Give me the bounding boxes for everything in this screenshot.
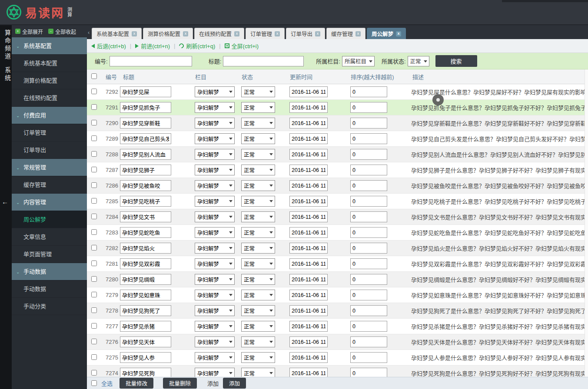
row-date-input[interactable]	[289, 258, 328, 269]
row-date-input[interactable]	[289, 165, 328, 175]
row-status-select[interactable]: 正常	[241, 258, 275, 269]
select-all-header-checkbox[interactable]	[91, 73, 97, 79]
row-status-select[interactable]: 正常	[241, 290, 275, 300]
sidebar-group-1[interactable]: ⌄付费应用	[12, 107, 87, 124]
row-checkbox[interactable]	[91, 182, 97, 188]
collapse-all-button[interactable]: - 全部收起	[48, 28, 76, 35]
row-status-select[interactable]: 正常	[241, 102, 275, 113]
row-checkbox[interactable]	[91, 323, 97, 329]
tab-close-icon[interactable]: x	[234, 31, 239, 36]
row-category-select[interactable]: 孕妇解梦	[195, 305, 235, 316]
row-date-input[interactable]	[289, 86, 328, 97]
row-checkbox[interactable]	[91, 260, 97, 266]
toolbar-refresh-button[interactable]: 刷新(ctrl+q)	[179, 42, 215, 50]
row-checkbox[interactable]	[91, 214, 97, 219]
row-date-input[interactable]	[289, 133, 328, 144]
row-sort-input[interactable]	[350, 102, 387, 113]
sidebar-item-单页面管理[interactable]: 单页面管理	[12, 246, 87, 263]
tab-close-icon[interactable]: x	[396, 31, 401, 36]
row-title-input[interactable]	[120, 180, 171, 191]
row-date-input[interactable]	[289, 196, 328, 207]
row-date-input[interactable]	[289, 211, 328, 222]
row-sort-input[interactable]	[350, 290, 387, 300]
sidebar-item-文章信息[interactable]: 文章信息	[12, 228, 87, 246]
row-date-input[interactable]	[289, 305, 328, 316]
row-checkbox[interactable]	[91, 339, 97, 344]
row-sort-input[interactable]	[350, 180, 387, 191]
search-button[interactable]: 搜索	[435, 55, 477, 67]
select-all-link[interactable]: 全选	[101, 379, 113, 387]
row-date-input[interactable]	[289, 352, 328, 363]
sidebar-item-手动分类[interactable]: 手动分类	[12, 298, 87, 315]
row-status-select[interactable]: 正常	[241, 165, 275, 175]
row-status-select[interactable]: 正常	[241, 274, 275, 285]
sidebar-item-订单导出[interactable]: 订单导出	[12, 142, 87, 159]
row-status-select[interactable]: 正常	[241, 118, 275, 129]
rail-item-0[interactable]: 算命频道	[0, 30, 12, 61]
row-category-select[interactable]: 孕妇解梦	[195, 133, 235, 144]
row-date-input[interactable]	[289, 227, 328, 238]
row-category-select[interactable]: 孕妇解梦	[195, 165, 235, 175]
tab-close-icon[interactable]: x	[132, 31, 137, 36]
row-title-input[interactable]	[120, 133, 171, 144]
row-category-select[interactable]: 孕妇解梦	[195, 227, 235, 238]
row-checkbox[interactable]	[91, 104, 97, 110]
row-sort-input[interactable]	[350, 336, 387, 347]
row-category-select[interactable]: 孕妇解梦	[195, 243, 235, 254]
tab-缓存管理[interactable]: 缓存管理x	[326, 28, 365, 39]
tab-scroll-left-icon[interactable]: ‹	[88, 29, 92, 36]
row-sort-input[interactable]	[350, 258, 387, 269]
tab-订单导出[interactable]: 订单导出x	[286, 28, 325, 39]
sidebar-collapse-arrow-icon[interactable]: ←	[2, 198, 8, 205]
sidebar-item-测算价格配置[interactable]: 测算价格配置	[12, 72, 87, 89]
row-status-select[interactable]: 正常	[241, 305, 275, 316]
row-title-input[interactable]	[120, 305, 171, 316]
row-date-input[interactable]	[289, 321, 328, 332]
row-date-input[interactable]	[289, 290, 328, 300]
sidebar-group-2[interactable]: ⌄常规管理	[12, 159, 87, 176]
toolbar-back-button[interactable]: 后退(ctrl+b)	[91, 42, 126, 50]
row-sort-input[interactable]	[350, 196, 387, 207]
row-sort-input[interactable]	[350, 352, 387, 363]
row-category-select[interactable]: 孕妇解梦	[195, 102, 235, 113]
row-status-select[interactable]: 正常	[241, 86, 275, 97]
row-category-select[interactable]: 孕妇解梦	[195, 180, 235, 191]
row-status-select[interactable]: 正常	[241, 211, 275, 222]
row-title-input[interactable]	[120, 196, 171, 207]
row-category-select[interactable]: 孕妇解梦	[195, 86, 235, 97]
row-date-input[interactable]	[289, 336, 328, 347]
search-id-input[interactable]	[110, 56, 192, 66]
row-date-input[interactable]	[289, 118, 328, 129]
row-title-input[interactable]	[120, 86, 171, 97]
row-status-select[interactable]: 正常	[241, 180, 275, 191]
tab-在线预约配置[interactable]: 在线预约配置x	[194, 28, 244, 39]
row-checkbox[interactable]	[91, 198, 97, 204]
row-checkbox[interactable]	[91, 167, 97, 172]
row-title-input[interactable]	[120, 149, 171, 160]
row-category-select[interactable]: 孕妇解梦	[195, 258, 235, 269]
row-sort-input[interactable]	[350, 165, 387, 175]
sidebar-item-缓存管理[interactable]: 缓存管理	[12, 176, 87, 194]
expand-all-button[interactable]: + 全部展开	[15, 28, 43, 35]
row-category-select[interactable]: 孕妇解梦	[195, 196, 235, 207]
row-date-input[interactable]	[289, 243, 328, 254]
row-checkbox[interactable]	[91, 354, 97, 360]
row-date-input[interactable]	[289, 274, 328, 285]
row-status-select[interactable]: 正常	[241, 149, 275, 160]
row-title-input[interactable]	[120, 243, 171, 254]
row-checkbox[interactable]	[91, 151, 97, 157]
row-checkbox[interactable]	[91, 276, 97, 282]
sidebar-group-0[interactable]: ⌄系统基配置	[12, 37, 87, 55]
row-status-select[interactable]: 正常	[241, 352, 275, 363]
sidebar-item-周公解梦[interactable]: 周公解梦	[12, 211, 87, 228]
select-all-footer-checkbox[interactable]	[91, 380, 97, 386]
row-title-input[interactable]	[120, 211, 171, 222]
scrollbar-track[interactable]	[585, 69, 588, 377]
row-checkbox[interactable]	[91, 229, 97, 235]
rail-item-1[interactable]: 系统	[0, 67, 12, 82]
tab-测算价格配置[interactable]: 测算价格配置x	[143, 28, 193, 39]
row-sort-input[interactable]	[350, 149, 387, 160]
row-date-input[interactable]	[289, 102, 328, 113]
row-date-input[interactable]	[289, 149, 328, 160]
sidebar-item-订单管理[interactable]: 订单管理	[12, 124, 87, 142]
